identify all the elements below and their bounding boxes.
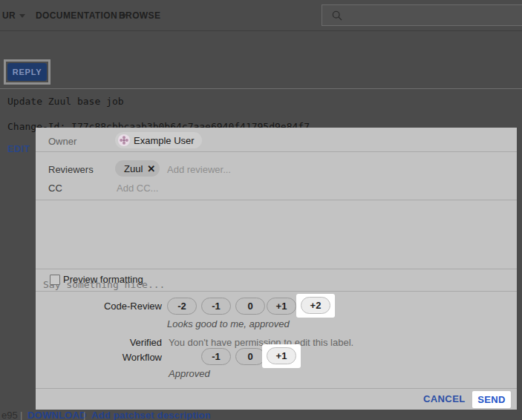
verified-label: Verified [36, 337, 162, 348]
reply-button[interactable]: REPLY [7, 63, 47, 81]
dimmed-page: UR DOCUMENTATION BROWSE REPLY Update Zuu… [0, 0, 522, 420]
workflow-plus1-button[interactable]: +1 [267, 347, 296, 364]
remove-reviewer-icon[interactable]: ✕ [147, 163, 155, 174]
code-review-minus1-button[interactable]: -1 [201, 298, 231, 315]
separator: | [83, 410, 85, 420]
divider [0, 88, 522, 89]
workflow-minus1-button[interactable]: -1 [201, 348, 231, 365]
bottom-bar: e95 | DOWNLOAD | Add patchset descriptio… [0, 410, 522, 420]
workflow-label: Workflow [36, 352, 162, 363]
reviewer-chip-name: Zuul [124, 163, 143, 174]
send-button[interactable]: SEND [477, 394, 506, 405]
owner-name: Example User [134, 135, 195, 146]
code-review-label: Code-Review [36, 301, 162, 312]
preview-formatting-label: Preview formatting [63, 274, 143, 285]
code-review-zero-button[interactable]: 0 [235, 298, 265, 315]
patchset-ref: e95 [1, 410, 18, 420]
search-input[interactable] [322, 4, 522, 26]
workflow-zero-button[interactable]: 0 [235, 348, 265, 365]
code-review-description: Looks good to me, approved [167, 318, 290, 329]
reply-dialog: Owner Example User Reviewers Zuul✕ Add r… [36, 128, 517, 410]
avatar [118, 134, 130, 146]
add-cc-input[interactable]: Add CC... [117, 183, 158, 194]
cc-label: CC [48, 183, 62, 194]
add-patchset-description-link[interactable]: Add patchset description [91, 410, 211, 420]
reviewers-label: Reviewers [48, 164, 94, 175]
download-link[interactable]: DOWNLOAD [27, 410, 87, 420]
search-icon [331, 10, 343, 22]
reply-message-textarea[interactable]: Say something nice... [36, 200, 517, 269]
send-button-highlight: SEND [472, 391, 511, 408]
workflow-plus1-highlight: +1 [262, 344, 301, 368]
owner-chip: Example User [115, 132, 202, 148]
nav-menu-browse-label: BROWSE [119, 10, 160, 21]
preview-formatting-checkbox[interactable] [50, 275, 60, 285]
chevron-down-icon [19, 14, 25, 18]
edit-link[interactable]: EDIT [7, 144, 30, 154]
code-review-plus1-button[interactable]: +1 [267, 298, 296, 315]
nav-menu-browse[interactable]: BROWSE [119, 0, 160, 30]
verified-permission-message: You don't have permission to edit this l… [169, 337, 353, 348]
code-review-plus2-button[interactable]: +2 [301, 297, 330, 314]
nav-menu-ur-label: UR [2, 10, 16, 21]
divider [36, 151, 517, 152]
separator: | [20, 410, 22, 420]
reply-button-highlight: REPLY [4, 59, 50, 85]
divider [36, 269, 517, 269]
cancel-button[interactable]: CANCEL [423, 393, 466, 404]
reviewer-chip: Zuul✕ [115, 160, 160, 177]
add-reviewer-input[interactable]: Add reviewer... [167, 164, 231, 175]
divider [36, 388, 517, 389]
code-review-plus2-highlight: +2 [296, 294, 335, 318]
commit-title: Update Zuul base job [7, 96, 124, 107]
workflow-description: Approved [169, 368, 210, 379]
nav-menu-documentation[interactable]: DOCUMENTATION [36, 0, 127, 30]
nav-menu-ur[interactable]: UR [2, 0, 25, 30]
divider [36, 291, 517, 292]
code-review-minus2-button[interactable]: -2 [167, 298, 197, 315]
owner-label: Owner [48, 136, 76, 147]
top-navbar: UR DOCUMENTATION BROWSE [0, 0, 522, 31]
nav-menu-documentation-label: DOCUMENTATION [36, 10, 117, 21]
